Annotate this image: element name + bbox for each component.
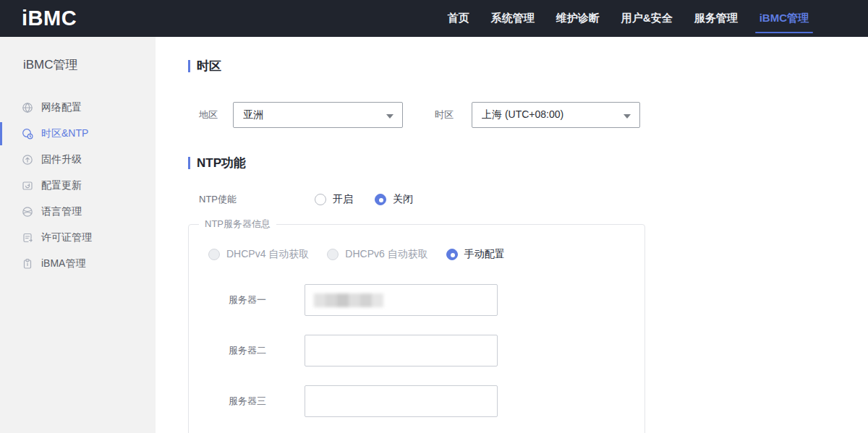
- chevron-down-icon: [386, 114, 393, 119]
- sidebar-item-label: 配置更新: [41, 179, 82, 192]
- nav-user-security[interactable]: 用户&安全: [621, 0, 673, 37]
- sidebar-title: iBMC管理: [0, 37, 156, 73]
- nav-system-management[interactable]: 系统管理: [491, 0, 535, 37]
- sidebar-item-label: 时区&NTP: [41, 127, 88, 140]
- timezone-section-title: 时区: [197, 58, 221, 74]
- config-update-icon: [22, 180, 33, 192]
- ntp-section-title: NTP功能: [197, 155, 246, 171]
- ntp-enable-on-radio[interactable]: 开启: [315, 193, 353, 206]
- timezone-select-value: 上海 (UTC+08:00): [482, 108, 563, 121]
- server-1-label: 服务器一: [229, 293, 305, 306]
- timezone-section-header: 时区: [188, 58, 868, 74]
- sidebar-item-license-management[interactable]: 许可证管理: [0, 225, 156, 251]
- app-logo: iBMC: [22, 7, 77, 30]
- sidebar-item-config-update[interactable]: 配置更新: [0, 173, 156, 199]
- top-navigation: 首页 系统管理 维护诊断 用户&安全 服务管理 iBMC管理: [448, 0, 809, 37]
- sidebar-item-ibma-management[interactable]: iBMA管理: [0, 251, 156, 277]
- radio-label: 关闭: [393, 193, 413, 206]
- ntp-enable-off-radio[interactable]: 关闭: [375, 193, 413, 206]
- radio-disabled-icon: [208, 249, 220, 260]
- ibma-clipboard-icon: [22, 258, 33, 270]
- sidebar-item-network-config[interactable]: 网络配置: [0, 95, 156, 121]
- language-globe-icon: [22, 206, 33, 218]
- timezone-label: 时区: [435, 108, 472, 121]
- nav-ibmc-management[interactable]: iBMC管理: [760, 0, 809, 37]
- license-document-icon: [22, 232, 33, 244]
- server-3-input[interactable]: [305, 385, 498, 417]
- nav-service-management[interactable]: 服务管理: [694, 0, 738, 37]
- dhcpv6-auto-radio[interactable]: DHCPv6 自动获取: [327, 248, 427, 261]
- server-3-row: 服务器三: [189, 385, 644, 417]
- sidebar: iBMC管理 网络配置 时区&NTP 固件升级: [0, 37, 156, 433]
- manual-config-radio[interactable]: 手动配置: [446, 248, 505, 261]
- ntp-enable-row: NTP使能 开启 关闭: [188, 193, 868, 206]
- sidebar-item-label: 语言管理: [41, 205, 82, 218]
- sidebar-item-timezone-ntp[interactable]: 时区&NTP: [0, 121, 156, 147]
- radio-unchecked-icon: [315, 194, 326, 205]
- timezone-select[interactable]: 上海 (UTC+08:00): [472, 102, 640, 128]
- server-2-input[interactable]: [305, 335, 498, 366]
- sidebar-item-label: 网络配置: [41, 101, 82, 114]
- radio-label: DHCPv4 自动获取: [226, 248, 309, 261]
- ntp-mode-row: DHCPv4 自动获取 DHCPv6 自动获取 手动配置: [189, 248, 644, 261]
- radio-disabled-icon: [327, 249, 339, 260]
- sidebar-item-label: 许可证管理: [41, 231, 92, 244]
- dhcpv4-auto-radio[interactable]: DHCPv4 自动获取: [208, 248, 309, 261]
- nav-maintenance-diagnosis[interactable]: 维护诊断: [556, 0, 600, 37]
- timezone-form-row: 地区 亚洲 时区 上海 (UTC+08:00): [188, 102, 868, 128]
- sidebar-item-language-management[interactable]: 语言管理: [0, 199, 156, 225]
- server-3-label: 服务器三: [229, 395, 305, 408]
- radio-label: DHCPv6 自动获取: [345, 248, 427, 261]
- top-bar: iBMC 首页 系统管理 维护诊断 用户&安全 服务管理 iBMC管理: [0, 0, 868, 37]
- ntp-enable-label: NTP使能: [199, 193, 315, 206]
- network-globe-icon: [22, 102, 33, 113]
- region-label: 地区: [199, 108, 233, 121]
- timezone-clock-icon: [22, 128, 33, 140]
- radio-label: 手动配置: [464, 248, 505, 261]
- chevron-down-icon: [624, 114, 631, 119]
- ntp-server-group-legend: NTP服务器信息: [199, 218, 276, 231]
- region-select-value: 亚洲: [243, 108, 263, 121]
- radio-checked-icon: [446, 249, 458, 260]
- sidebar-menu: 网络配置 时区&NTP 固件升级 配置更新: [0, 95, 156, 277]
- section-accent-bar: [188, 60, 190, 72]
- server-2-label: 服务器二: [229, 344, 305, 357]
- server-1-input[interactable]: [305, 284, 498, 316]
- radio-label: 开启: [333, 193, 353, 206]
- ntp-server-group: NTP服务器信息 DHCPv4 自动获取 DHCPv6 自动获取 手动配置 服务…: [188, 218, 645, 433]
- server-1-row: 服务器一: [189, 284, 644, 316]
- firmware-upload-icon: [22, 154, 33, 166]
- sidebar-item-label: 固件升级: [41, 153, 82, 166]
- ntp-section-header: NTP功能: [188, 155, 868, 171]
- main-content: 时区 地区 亚洲 时区 上海 (UTC+08:00) NTP功能 NTP使能 开…: [156, 37, 868, 433]
- radio-checked-icon: [375, 194, 386, 205]
- nav-home[interactable]: 首页: [448, 0, 469, 37]
- server-2-row: 服务器二: [189, 335, 644, 366]
- redacted-value: [314, 293, 383, 307]
- sidebar-item-firmware-upgrade[interactable]: 固件升级: [0, 147, 156, 173]
- section-accent-bar: [188, 157, 190, 169]
- region-select[interactable]: 亚洲: [233, 102, 403, 128]
- sidebar-item-label: iBMA管理: [41, 257, 85, 270]
